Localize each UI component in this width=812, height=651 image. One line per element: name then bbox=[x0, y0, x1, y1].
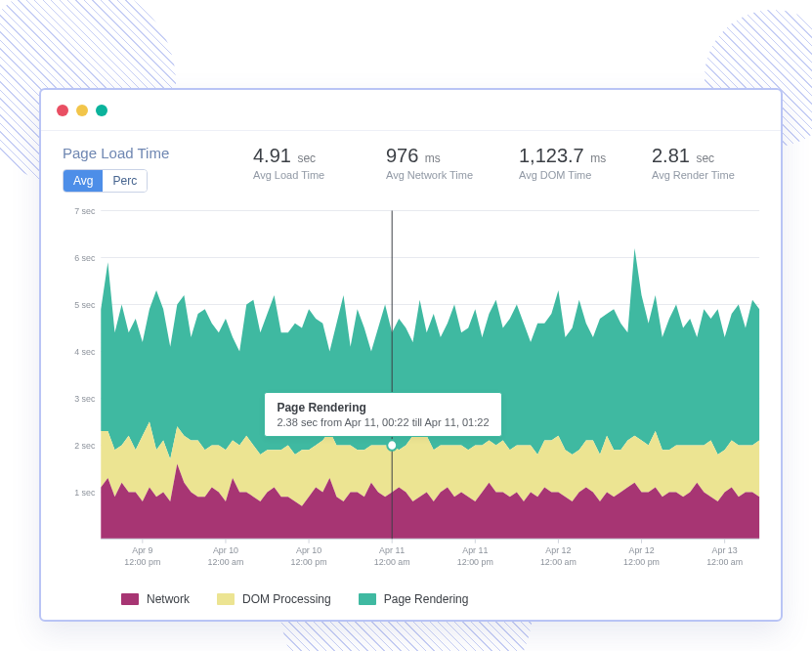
legend-label: Page Rendering bbox=[384, 592, 469, 606]
window-titlebar bbox=[41, 90, 781, 131]
metric-network-time: 976 ms Avg Network Time bbox=[386, 145, 493, 181]
svg-text:Apr 11: Apr 11 bbox=[462, 545, 488, 555]
window-minimize-icon[interactable] bbox=[76, 105, 88, 116]
svg-text:12:00 am: 12:00 am bbox=[207, 557, 243, 567]
header: Page Load Time Avg Perc 4.91 sec Avg Loa… bbox=[41, 131, 781, 198]
svg-text:6 sec: 6 sec bbox=[74, 252, 96, 262]
svg-text:Apr 12: Apr 12 bbox=[545, 545, 571, 555]
svg-text:2 sec: 2 sec bbox=[74, 440, 96, 450]
svg-text:Apr 11: Apr 11 bbox=[379, 545, 405, 555]
svg-point-40 bbox=[387, 440, 397, 451]
metric-value: 976 bbox=[386, 145, 418, 166]
svg-text:12:00 pm: 12:00 pm bbox=[124, 557, 160, 567]
metric-value: 4.91 bbox=[253, 145, 291, 166]
chart-area[interactable]: 1 sec2 sec3 sec4 sec5 sec6 sec7 secApr 9… bbox=[41, 198, 781, 586]
svg-text:Apr 13: Apr 13 bbox=[712, 545, 738, 555]
chart-legend: Network DOM Processing Page Rendering bbox=[41, 586, 781, 620]
svg-text:Apr 12: Apr 12 bbox=[628, 545, 654, 555]
page-title: Page Load Time bbox=[63, 145, 169, 161]
metric-unit: ms bbox=[590, 152, 606, 165]
window-zoom-icon[interactable] bbox=[96, 105, 107, 116]
svg-text:3 sec: 3 sec bbox=[74, 393, 96, 403]
metric-mode-toggle: Avg Perc bbox=[63, 169, 148, 193]
svg-text:12:00 am: 12:00 am bbox=[706, 557, 743, 567]
metric-label: Avg Network Time bbox=[386, 169, 493, 181]
legend-label: DOM Processing bbox=[242, 592, 331, 606]
metric-label: Avg Load Time bbox=[253, 169, 361, 181]
metric-dom-time: 1,123.7 ms Avg DOM Time bbox=[519, 145, 626, 181]
metric-value: 1,123.7 bbox=[519, 145, 584, 166]
svg-text:1 sec: 1 sec bbox=[74, 487, 96, 497]
svg-text:5 sec: 5 sec bbox=[74, 299, 96, 309]
window-close-icon[interactable] bbox=[57, 105, 68, 116]
legend-swatch bbox=[359, 593, 376, 605]
svg-text:12:00 am: 12:00 am bbox=[374, 557, 410, 567]
legend-item-render[interactable]: Page Rendering bbox=[359, 592, 469, 606]
stacked-area-chart[interactable]: 1 sec2 sec3 sec4 sec5 sec6 sec7 secApr 9… bbox=[55, 202, 767, 579]
svg-text:12:00 am: 12:00 am bbox=[540, 557, 577, 567]
svg-text:12:00 pm: 12:00 pm bbox=[457, 557, 493, 567]
legend-label: Network bbox=[147, 592, 190, 606]
legend-item-dom[interactable]: DOM Processing bbox=[217, 592, 331, 606]
legend-swatch bbox=[121, 593, 139, 605]
metric-value: 2.81 bbox=[652, 145, 690, 166]
metric-load-time: 4.91 sec Avg Load Time bbox=[253, 145, 361, 181]
svg-text:12:00 pm: 12:00 pm bbox=[291, 557, 327, 567]
metric-unit: sec bbox=[696, 152, 714, 165]
toggle-perc[interactable]: Perc bbox=[103, 170, 147, 192]
svg-text:Apr 10: Apr 10 bbox=[213, 545, 238, 555]
svg-text:4 sec: 4 sec bbox=[74, 346, 96, 356]
metric-label: Avg DOM Time bbox=[519, 169, 626, 181]
svg-text:12:00 pm: 12:00 pm bbox=[623, 557, 660, 567]
legend-swatch bbox=[217, 593, 235, 605]
svg-text:Apr 10: Apr 10 bbox=[296, 545, 321, 555]
svg-text:7 sec: 7 sec bbox=[74, 205, 96, 215]
metric-unit: sec bbox=[297, 152, 316, 165]
metric-render-time: 2.81 sec Avg Render Time bbox=[652, 145, 759, 181]
app-window: Page Load Time Avg Perc 4.91 sec Avg Loa… bbox=[39, 88, 783, 622]
svg-text:Apr 9: Apr 9 bbox=[132, 545, 152, 555]
metric-label: Avg Render Time bbox=[652, 169, 759, 181]
toggle-avg[interactable]: Avg bbox=[64, 170, 103, 192]
metric-unit: ms bbox=[425, 152, 441, 165]
legend-item-network[interactable]: Network bbox=[121, 592, 190, 606]
